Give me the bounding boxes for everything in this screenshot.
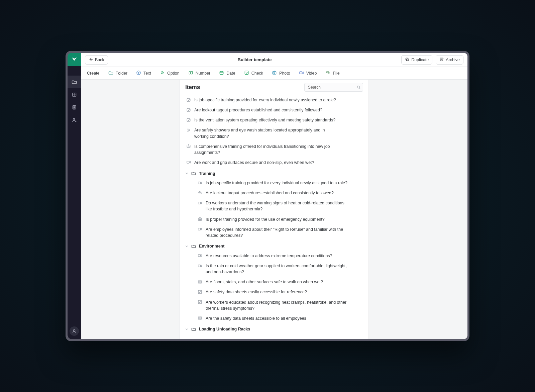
list-item[interactable]: Are safety data sheets easily accessible… [180,287,368,297]
list-item[interactable]: Is comprehensive training offered for in… [180,141,368,158]
sidebar-item-documents[interactable] [68,101,81,114]
check-icon [186,117,191,122]
item-text: Is proper training provided for the use … [206,216,349,222]
option-icon [186,127,191,132]
search-box [304,83,363,92]
video-icon [197,227,202,232]
page-title: Builder template [108,57,401,62]
item-text: Do workers understand the warning signs … [206,200,349,212]
search-icon [356,85,361,90]
sidebar [68,53,81,339]
photo-icon [197,217,202,222]
item-text: Are lockout tagout procedures establishe… [194,107,338,113]
archive-button[interactable]: Archive [436,55,463,65]
check-icon [244,70,249,76]
tool-date[interactable]: Date [219,70,235,76]
item-text: Are lockout tagout procedures establishe… [206,190,349,196]
duplicate-label: Duplicate [411,58,429,62]
video-icon [299,70,304,76]
photo-icon [186,144,191,149]
items-panel: Items Is job-specific training provided … [180,80,369,339]
chevron-down-icon [185,172,189,175]
tool-check[interactable]: Check [244,70,263,76]
list-item[interactable]: Are resources available to address extre… [180,251,368,261]
back-button[interactable]: Back [85,55,108,65]
item-text: Are work and grip surfaces secure and no… [194,160,338,166]
tool-folder[interactable]: Folder [108,70,127,76]
number-icon [197,279,202,284]
item-text: Are safety showers and eye wash stations… [194,127,338,139]
back-label: Back [95,58,104,62]
tool-number[interactable]: Number [188,70,210,76]
check-icon [186,97,191,102]
video-icon [197,180,202,185]
archive-label: Archive [446,58,460,62]
text-icon [136,70,141,76]
list-item[interactable]: Is job-specific training provided for ev… [180,178,368,188]
list-item[interactable]: Are the safety data sheets accessible to… [180,313,368,323]
folder-row[interactable]: Loading Unloading Racks [180,323,368,334]
tool-video[interactable]: Video [299,70,317,76]
sidebar-item-account[interactable] [70,326,79,336]
item-text: Are the safety data sheets accessible to… [206,315,349,321]
tool-option[interactable]: Option [160,70,180,76]
video-icon [197,200,202,205]
check-icon [197,289,202,294]
sidebar-item-tables[interactable] [68,88,81,101]
folder-name: Training [199,171,215,176]
folder-icon [191,244,196,249]
app-logo[interactable] [68,53,81,66]
check-icon [186,107,191,112]
folder-row[interactable]: Environment [180,240,368,251]
tool-file[interactable]: File [325,70,339,76]
item-text: Is job-specific training provided for ev… [194,97,338,103]
folder-icon [191,327,196,332]
search-input[interactable] [304,83,363,92]
items-list[interactable]: Is job-specific training provided for ev… [180,94,368,339]
check-icon [197,300,202,305]
duplicate-button[interactable]: Duplicate [401,55,432,65]
copy-icon [405,57,409,63]
list-item[interactable]: Are floors, stairs, and other surfaces s… [180,277,368,287]
folder-name: Loading Unloading Racks [199,327,250,331]
topbar: Back Builder template Duplicate Archive [81,53,467,67]
chevron-down-icon [185,328,189,331]
list-item[interactable]: Are employees informed about their "Righ… [180,224,368,240]
folder-row[interactable]: Training [180,168,368,178]
number-icon [197,316,202,321]
item-text: Is the rain or cold weather gear supplie… [206,263,349,275]
list-item[interactable]: Are lockout tagout procedures establishe… [180,188,368,198]
item-text: Are floors, stairs, and other surfaces s… [206,279,349,285]
arrow-left-icon [89,57,93,63]
item-text: Are resources available to address extre… [206,253,349,259]
file-icon [197,190,202,195]
list-item[interactable]: Is proper training provided for the use … [180,214,368,224]
main-area: Back Builder template Duplicate Archive … [81,53,467,339]
sidebar-item-folders[interactable] [68,76,81,88]
list-item[interactable]: Is the ventilation system operating effe… [180,115,368,125]
item-text: Is job-specific training provided for ev… [206,180,349,186]
file-icon [325,70,330,76]
app-window: Back Builder template Duplicate Archive … [68,53,467,339]
folder-icon [108,70,113,76]
list-item[interactable]: Are lockout tagout procedures establishe… [180,105,368,115]
tool-photo[interactable]: Photo [272,70,290,76]
date-icon [219,70,224,76]
list-item[interactable]: Are workers educated about recognizing h… [180,297,368,313]
list-item[interactable]: Are work and grip surfaces secure and no… [180,158,368,168]
item-text: Is comprehensive training offered for in… [194,143,338,156]
items-title: Items [185,84,200,91]
number-icon [188,70,193,76]
list-item[interactable]: Is the rain or cold weather gear supplie… [180,261,368,277]
archive-icon [439,57,444,63]
tool-text[interactable]: Text [136,70,151,76]
sidebar-item-user-settings[interactable] [68,114,81,126]
video-icon [186,160,191,165]
list-item[interactable]: Are safety showers and eye wash stations… [180,125,368,141]
list-item[interactable]: Is job-specific training provided for ev… [180,95,368,105]
chevron-down-icon [185,245,189,248]
item-text: Is the ventilation system operating effe… [194,117,338,123]
toolbar-create[interactable]: Create [87,71,100,76]
video-icon [197,253,202,258]
list-item[interactable]: Do workers understand the warning signs … [180,198,368,214]
